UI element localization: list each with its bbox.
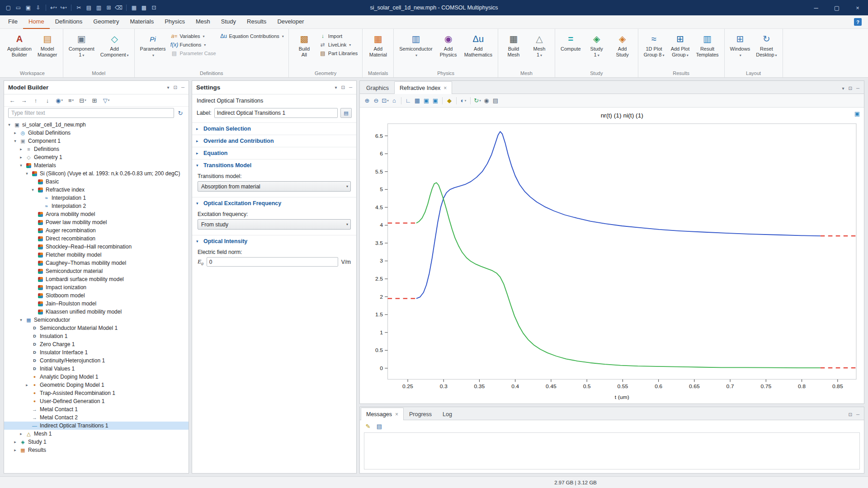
- ribbon-button-result-templates[interactable]: ▥ResultTemplates: [693, 30, 721, 59]
- tree-item-continuity-heterojunction-1[interactable]: DContinuity/Heterojunction 1: [4, 357, 189, 365]
- back-icon[interactable]: ←: [8, 95, 16, 105]
- select-log-icon[interactable]: ✎: [364, 421, 372, 431]
- ribbon-button-1d-plot-group-8[interactable]: ≈1D PlotGroup 8▾: [642, 30, 667, 60]
- tree-item-klaassen-unified-mobility-model[interactable]: Klaassen unified mobility model: [4, 308, 189, 316]
- ribbon-button-build-all[interactable]: ▩BuildAll: [292, 30, 316, 59]
- refractive-index-plot[interactable]: 0.250.30.350.40.450.50.550.60.650.70.750…: [360, 108, 864, 404]
- graphics-tab-refractive-index[interactable]: Refractive Index×: [394, 81, 452, 94]
- tree-item-fletcher-mobility-model[interactable]: Fletcher mobility model: [4, 251, 189, 259]
- tree-item-results[interactable]: ▸▦Results: [4, 446, 189, 454]
- refresh-filter-icon[interactable]: ↻: [176, 108, 184, 118]
- tree-item-caughey-thomas-mobility-model[interactable]: Caughey–Thomas mobility model: [4, 259, 189, 267]
- collapse-arrow-icon[interactable]: ▾: [30, 188, 35, 192]
- delete-icon[interactable]: ⌫: [114, 3, 123, 13]
- tree-item-shockley-read-hall-recombination[interactable]: Shockley–Read–Hall recombination: [4, 243, 189, 251]
- forward-icon[interactable]: →: [20, 95, 28, 105]
- tree-item-analytic-doping-model-1[interactable]: ●Analytic Doping Model 1: [4, 373, 189, 381]
- tree-item-slotboom-model[interactable]: Slotboom model: [4, 291, 189, 300]
- cut-icon[interactable]: ✂: [74, 3, 84, 13]
- graphics-tab-graphics[interactable]: Graphics: [361, 82, 394, 94]
- paste-icon[interactable]: ▥: [94, 3, 104, 13]
- show-options-icon[interactable]: ◉▾: [55, 95, 63, 105]
- ribbon-button-part-libraries[interactable]: ▤Part Libraries: [318, 50, 359, 57]
- section-header-override-and-contribution[interactable]: ▸Override and Contribution: [192, 135, 356, 147]
- tree-item-si-solar-cell-1d-new-mph[interactable]: ▾▣si_solar_cell_1d_new.mph: [4, 121, 189, 129]
- tree-item-materials[interactable]: ▾Materials: [4, 161, 189, 169]
- collapse-arrow-icon[interactable]: ▾: [19, 163, 24, 168]
- minimize-button[interactable]: ─: [806, 0, 826, 15]
- tree-item-basic[interactable]: Basic: [4, 178, 189, 186]
- expand-arrow-icon[interactable]: ▸: [19, 147, 24, 151]
- open-file-icon[interactable]: ▭: [14, 3, 23, 13]
- ribbon-button-import[interactable]: ↓Import: [318, 33, 359, 40]
- ribbon-button-add-physics[interactable]: ◉AddPhysics: [436, 30, 461, 59]
- menu-geometry[interactable]: Geometry: [88, 15, 124, 29]
- ribbon-button-livelink[interactable]: ⇄LiveLink▾: [318, 41, 359, 48]
- copy-log-icon[interactable]: ▤: [375, 421, 383, 431]
- tree-item-study-1[interactable]: ▸◈Study 1: [4, 438, 189, 446]
- section-header-optical-excitation-frequency[interactable]: ▾Optical Excitation Frequency: [192, 197, 356, 209]
- collapse-arrow-icon[interactable]: ▾: [24, 171, 29, 176]
- expand-arrow-icon[interactable]: ▸: [13, 131, 18, 135]
- menu-home[interactable]: Home: [23, 15, 50, 29]
- tree-item-indirect-optical-transitions-1[interactable]: —Indirect Optical Transitions 1: [4, 422, 189, 430]
- new-file-icon[interactable]: ▢: [4, 3, 13, 13]
- tree-item-user-defined-generation-1[interactable]: ●User-Defined Generation 1: [4, 397, 189, 405]
- rename-icon[interactable]: ▤: [340, 108, 352, 118]
- menu-file[interactable]: File: [3, 15, 23, 29]
- zoom-in-icon[interactable]: ⊕: [363, 96, 371, 106]
- axis-settings-icon[interactable]: ∟: [404, 96, 412, 106]
- copy-icon[interactable]: ▤: [84, 3, 94, 13]
- model-tree-icon[interactable]: ▦: [129, 3, 139, 13]
- section-header-domain-selection[interactable]: ▸Domain Selection: [192, 122, 356, 135]
- tree-item-semiconductor-material[interactable]: Semiconductor material: [4, 267, 189, 275]
- menu-materials[interactable]: Materials: [124, 15, 159, 29]
- ribbon-button-model-manager[interactable]: ▤ModelManager: [35, 30, 60, 59]
- tree-item-metal-contact-1[interactable]: →Metal Contact 1: [4, 405, 189, 413]
- ribbon-button-parameters[interactable]: PiParameters▾: [138, 30, 168, 60]
- ribbon-button-add-plot-group[interactable]: ⊞Add PlotGroup▾: [668, 30, 692, 60]
- filter-input[interactable]: [8, 108, 174, 118]
- tree-item-auger-recombination[interactable]: Auger recombination: [4, 226, 189, 235]
- menu-study[interactable]: Study: [216, 15, 241, 29]
- tree-item-impact-ionization[interactable]: Impact ionization: [4, 283, 189, 291]
- section-header-optical-intensity[interactable]: ▾Optical Intensity: [192, 235, 356, 247]
- collapse-arrow-icon[interactable]: ▾: [19, 318, 24, 322]
- close-tab-icon[interactable]: ×: [395, 411, 398, 418]
- redo-icon[interactable]: ↪▾: [59, 3, 68, 13]
- ribbon-button-add-component[interactable]: ◇AddComponent▾: [98, 30, 131, 60]
- ribbon-button-semiconductor[interactable]: ▥Semiconductor▾: [397, 30, 434, 60]
- ribbon-button-parameter-case[interactable]: ▤Parameter Case: [169, 50, 217, 57]
- tree-item-direct-recombination[interactable]: Direct recombination: [4, 235, 189, 243]
- plot-update-icon[interactable]: ↻▾: [473, 96, 481, 106]
- tree-item-geometric-doping-model-1[interactable]: ▸●Geometric Doping Model 1: [4, 381, 189, 389]
- zoom-out-icon[interactable]: ⊖: [372, 96, 380, 106]
- tree-item-si-silicon-vuye-et-al-1993-n-k-0-26-0-83-um-200-degc[interactable]: ▾Si (Silicon) (Vuye et al. 1993: n,k 0.2…: [4, 169, 189, 178]
- table-window-icon[interactable]: ▩: [139, 3, 149, 13]
- tree-item-semiconductor[interactable]: ▾▦Semiconductor: [4, 316, 189, 324]
- ribbon-button-mesh-1[interactable]: △Mesh1▾: [527, 30, 552, 60]
- tree-item-semiconductor-material-model-1[interactable]: DSemiconductor Material Model 1: [4, 324, 189, 332]
- print-icon[interactable]: ▤: [491, 96, 500, 106]
- ribbon-button-variables[interactable]: a=Variables▾: [169, 33, 217, 40]
- menu-mesh[interactable]: Mesh: [190, 15, 216, 29]
- ribbon-button-reset-desktop[interactable]: ↻ResetDesktop▾: [754, 30, 779, 60]
- tree-item-trap-assisted-recombination-1[interactable]: ●Trap-Assisted Recombination 1: [4, 389, 189, 397]
- panel-menu-icon[interactable]: ▾: [842, 86, 844, 91]
- tree-item-jain-roulston-model[interactable]: Jain–Roulston model: [4, 300, 189, 308]
- help-icon[interactable]: ?: [854, 18, 862, 26]
- tree-item-arora-mobility-model[interactable]: Arora mobility model: [4, 210, 189, 218]
- tree-item-insulator-interface-1[interactable]: DInsulator Interface 1: [4, 348, 189, 357]
- tree-item-interpolation-2[interactable]: ≈Interpolation 2: [4, 202, 189, 210]
- collapse-all-icon[interactable]: ⊟▾: [79, 95, 87, 105]
- expand-arrow-icon[interactable]: ▸: [24, 383, 29, 387]
- move-up-icon[interactable]: ↑: [32, 95, 40, 105]
- tree-item-lombardi-surface-mobility-model[interactable]: Lombardi surface mobility model: [4, 275, 189, 283]
- duplicate-icon[interactable]: ⊞: [104, 3, 113, 13]
- move-down-icon[interactable]: ↓: [43, 95, 52, 105]
- expand-arrow-icon[interactable]: ▸: [13, 440, 18, 444]
- undo-icon[interactable]: ↩▾: [49, 3, 58, 13]
- menu-physics[interactable]: Physics: [159, 15, 190, 29]
- grid-settings-icon[interactable]: ▦: [413, 96, 421, 106]
- tree-item-power-law-mobility-model[interactable]: Power law mobility model: [4, 218, 189, 226]
